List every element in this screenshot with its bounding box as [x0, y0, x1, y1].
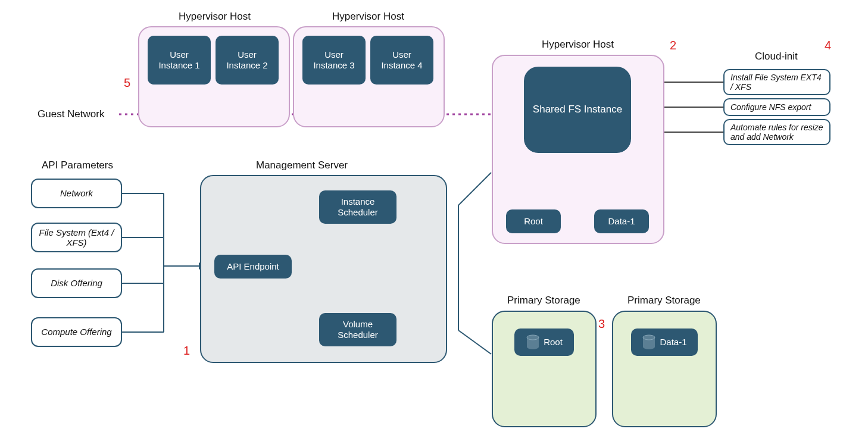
- management-server-label: Management Server: [256, 159, 348, 171]
- user-instance-1: User Instance 1: [148, 36, 211, 85]
- cloud-init-label: Cloud-init: [755, 51, 798, 62]
- cloud-init-nfs: Configure NFS export: [723, 98, 830, 116]
- volume-scheduler: Volume Scheduler: [319, 313, 396, 346]
- hypervisor-host-label-2: Hypervisor Host: [332, 11, 404, 23]
- step-number-1: 1: [183, 344, 190, 358]
- storage-data1: Data-1: [631, 328, 698, 356]
- storage-root: Root: [514, 328, 574, 356]
- hypervisor-host-label-3: Hypervisor Host: [542, 39, 614, 51]
- primary-storage-label-2: Primary Storage: [627, 295, 701, 306]
- primary-storage-label-1: Primary Storage: [507, 295, 580, 306]
- shared-fs-instance: Shared FS Instance: [524, 67, 631, 153]
- storage-data1-label: Data-1: [660, 337, 686, 348]
- param-network: Network: [31, 179, 122, 208]
- svg-line-11: [458, 330, 491, 354]
- api-parameters-label: API Parameters: [42, 159, 113, 171]
- svg-point-25: [643, 345, 655, 349]
- cloud-init-automate: Automate rules for resize and add Networ…: [723, 119, 830, 145]
- hypervisor-host-label-1: Hypervisor Host: [179, 11, 251, 23]
- user-instance-2: User Instance 2: [216, 36, 279, 85]
- step-number-3: 3: [598, 317, 605, 331]
- svg-point-21: [527, 345, 539, 349]
- param-compute-offering: Compute Offering: [31, 317, 122, 347]
- hypervisor-data1: Data-1: [594, 209, 649, 233]
- param-file-system: File System (Ext4 / XFS): [31, 223, 122, 252]
- storage-root-label: Root: [544, 337, 563, 348]
- svg-line-9: [458, 173, 491, 205]
- user-instance-3: User Instance 3: [302, 36, 366, 85]
- hypervisor-root: Root: [506, 209, 561, 233]
- param-disk-offering: Disk Offering: [31, 268, 122, 298]
- cloud-init-install-fs: Install File System EXT4 / XFS: [723, 69, 830, 95]
- guest-network-label: Guest Network: [38, 108, 104, 120]
- user-instance-4: User Instance 4: [370, 36, 433, 85]
- step-number-4: 4: [825, 39, 831, 52]
- step-number-5: 5: [124, 76, 130, 90]
- step-number-2: 2: [670, 39, 676, 52]
- api-endpoint: API Endpoint: [214, 255, 292, 279]
- instance-scheduler: Instance Scheduler: [319, 190, 396, 224]
